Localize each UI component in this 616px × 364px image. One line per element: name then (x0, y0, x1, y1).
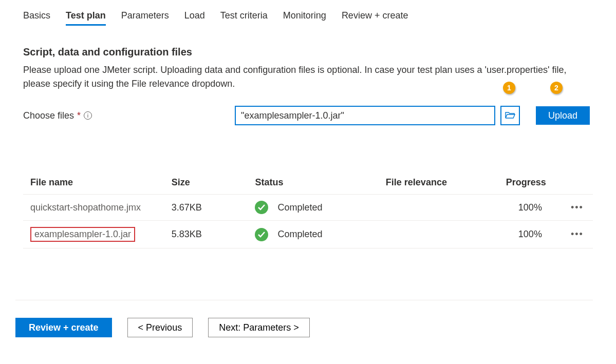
file-input[interactable] (235, 106, 495, 125)
tab-load[interactable]: Load (184, 10, 205, 26)
status-text: Completed (277, 229, 322, 240)
highlighted-file-name: examplesampler-1.0.jar (30, 227, 135, 242)
cell-file-name: examplesampler-1.0.jar (23, 221, 164, 248)
cell-relevance (379, 221, 499, 248)
callout-2: 2 (550, 82, 563, 94)
required-asterisk: * (77, 110, 81, 121)
status-text: Completed (277, 202, 322, 213)
cell-file-name: quickstart-shopathome.jmx (23, 195, 164, 221)
col-size[interactable]: Size (164, 171, 248, 195)
tab-parameters[interactable]: Parameters (121, 10, 169, 26)
col-progress[interactable]: Progress (499, 171, 562, 195)
check-icon (255, 201, 268, 214)
table-row: examplesampler-1.0.jar 5.83KB Completed … (23, 221, 593, 248)
info-icon[interactable]: i (84, 111, 92, 120)
table-row: quickstart-shopathome.jmx 3.67KB Complet… (23, 195, 593, 221)
wizard-footer: Review + create < Previous Next: Paramet… (15, 300, 593, 337)
folder-open-icon (505, 110, 515, 121)
cell-progress: 100% (499, 221, 562, 248)
col-file-name[interactable]: File name (23, 171, 164, 195)
choose-files-row: Choose files * i Upload 1 2 (23, 106, 593, 125)
upload-button[interactable]: Upload (536, 106, 590, 125)
cell-size: 5.83KB (164, 221, 248, 248)
browse-button[interactable] (501, 106, 519, 125)
table-header-row: File name Size Status File relevance Pro… (23, 171, 593, 195)
cell-status: Completed (248, 195, 378, 221)
tab-test-criteria[interactable]: Test criteria (220, 10, 268, 26)
choose-files-label: Choose files * i (23, 110, 231, 121)
section-description: Please upload one JMeter script. Uploadi… (23, 63, 568, 91)
next-button[interactable]: Next: Parameters > (208, 318, 310, 337)
previous-button[interactable]: < Previous (127, 318, 193, 337)
review-create-button[interactable]: Review + create (15, 318, 112, 337)
tab-test-plan[interactable]: Test plan (66, 10, 106, 26)
section-title: Script, data and configuration files (23, 46, 593, 58)
tab-monitoring[interactable]: Monitoring (283, 10, 326, 26)
cell-status: Completed (248, 221, 378, 248)
cell-size: 3.67KB (164, 195, 248, 221)
callout-1: 1 (503, 82, 515, 94)
wizard-tabs: Basics Test plan Parameters Load Test cr… (23, 10, 593, 26)
row-more-button[interactable]: ••• (562, 195, 593, 221)
tab-review-create[interactable]: Review + create (342, 10, 408, 26)
label-text: Choose files (23, 110, 74, 121)
cell-progress: 100% (499, 195, 562, 221)
files-table: File name Size Status File relevance Pro… (23, 171, 593, 248)
tab-basics[interactable]: Basics (23, 10, 50, 26)
cell-relevance (379, 195, 499, 221)
row-more-button[interactable]: ••• (562, 221, 593, 248)
col-file-relevance[interactable]: File relevance (379, 171, 499, 195)
col-status[interactable]: Status (248, 171, 378, 195)
check-icon (255, 228, 268, 241)
